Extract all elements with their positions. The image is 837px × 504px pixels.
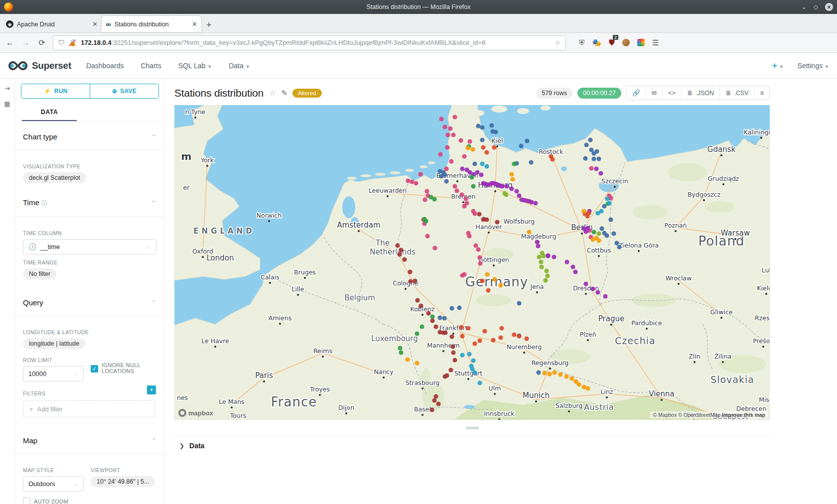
scatter-point-pink[interactable] [448, 126, 452, 130]
scatter-point-pink[interactable] [414, 181, 418, 185]
scatter-point-redorange[interactable] [492, 145, 496, 149]
scatter-point-pink[interactable] [445, 132, 450, 137]
mapbox-logo[interactable]: mapbox [178, 409, 213, 417]
scatter-point-purple[interactable] [552, 254, 556, 259]
scatter-point-orange[interactable] [581, 384, 586, 389]
scatter-point-pink[interactable] [467, 234, 471, 238]
scatter-point-lime[interactable] [541, 253, 546, 258]
scatter-point-maroon[interactable] [452, 358, 457, 362]
scatter-point-purple[interactable] [595, 290, 600, 294]
scatter-point-cyan[interactable] [605, 196, 609, 201]
scatter-point-maroon[interactable] [408, 279, 413, 283]
scatter-point-pink[interactable] [467, 139, 472, 143]
scatter-point-orange[interactable] [405, 357, 410, 362]
scatter-point-cyan[interactable] [472, 370, 477, 375]
time-range-value[interactable]: No filter [23, 268, 56, 279]
scatter-point-orange[interactable] [510, 177, 515, 181]
scatter-point-maroon[interactable] [477, 212, 481, 216]
scatter-point-orange[interactable] [552, 370, 557, 375]
insecure-lock-icon[interactable]: 🔒 [69, 39, 77, 46]
scatter-point-purple[interactable] [514, 189, 519, 193]
scatter-point-purple[interactable] [460, 166, 464, 171]
nav-data[interactable]: Data ▼ [229, 62, 250, 70]
scatter-point-green[interactable] [423, 219, 428, 223]
scatter-point-green[interactable] [471, 184, 475, 188]
add-filter-box[interactable]: +Add filter [23, 400, 156, 417]
scatter-point-orange[interactable] [581, 209, 586, 213]
scatter-point-pink[interactable] [477, 255, 482, 259]
scatter-point-maroon[interactable] [495, 220, 499, 224]
url-text[interactable]: 172.18.0.4:32251/superset/explore/?form_… [81, 39, 551, 46]
scatter-point-blue[interactable] [449, 306, 454, 310]
scatter-point-blue[interactable] [472, 161, 477, 166]
scatter-point-purple[interactable] [535, 240, 539, 244]
scatter-point-maroon[interactable] [433, 324, 438, 329]
scatter-point-pink[interactable] [458, 138, 463, 142]
scatter-point-purple[interactable] [583, 229, 588, 234]
scatter-point-pink[interactable] [463, 196, 468, 201]
scatter-point-pink[interactable] [444, 166, 448, 171]
copy-link-button[interactable]: 🔗 [627, 86, 646, 100]
viz-type-value[interactable]: deck.gl Scatterplot [23, 172, 86, 183]
scatter-point-purple[interactable] [570, 264, 575, 269]
scatter-point-blue[interactable] [442, 316, 446, 320]
scatter-point-lime[interactable] [545, 273, 550, 278]
scatter-point-orange[interactable] [585, 386, 590, 390]
scatter-point-blue[interactable] [594, 149, 599, 153]
scatter-point-green[interactable] [512, 161, 516, 166]
scatter-point-pink[interactable] [478, 261, 482, 265]
scatter-point-pink[interactable] [449, 159, 453, 163]
scatter-point-pink[interactable] [422, 197, 427, 202]
scatter-point-orange[interactable] [569, 376, 574, 380]
scatter-point-maroon[interactable] [436, 401, 440, 406]
scatter-point-green[interactable] [415, 331, 419, 336]
section-time[interactable]: Time ⓘ⌃ [23, 198, 156, 215]
scatter-point-orange[interactable] [564, 374, 568, 378]
improve-map-link[interactable]: Improve this map [722, 412, 765, 418]
scatter-point-green[interactable] [430, 314, 434, 319]
save-button[interactable]: ⊕SAVE [90, 84, 158, 98]
favorite-star-icon[interactable]: ☆ [270, 89, 276, 98]
scatter-point-maroon[interactable] [402, 257, 407, 261]
scatter-point-pink[interactable] [452, 184, 457, 188]
scatter-point-lime[interactable] [543, 278, 548, 282]
scatter-point-purple[interactable] [583, 281, 588, 286]
scatter-point-blue[interactable] [457, 305, 461, 310]
mask-extension-icon[interactable]: 🎭 [592, 38, 601, 47]
scatter-point-blue[interactable] [599, 226, 604, 231]
scatter-point-orange[interactable] [509, 172, 514, 176]
scatter-point-maroon[interactable] [430, 318, 434, 323]
scatter-point-pink[interactable] [451, 132, 455, 137]
reload-button[interactable]: ⟳ [37, 38, 47, 47]
scatter-point-purple[interactable] [479, 172, 483, 177]
scatter-point-pink[interactable] [473, 243, 478, 248]
url-bar[interactable]: 🛡 🔒 172.18.0.4:32251/superset/explore/?f… [53, 35, 566, 50]
scatter-point-purple[interactable] [509, 186, 514, 191]
lonlat-value[interactable]: longitude | latitude [23, 338, 85, 349]
scatter-point-pink[interactable] [462, 154, 466, 158]
scatter-point-cyan[interactable] [484, 164, 489, 168]
scatter-point-redorange[interactable] [459, 325, 463, 329]
scatter-point-green[interactable] [469, 175, 474, 179]
scatter-point-pink[interactable] [424, 189, 429, 193]
scatter-point-maroon[interactable] [442, 374, 447, 378]
nav-charts[interactable]: Charts [140, 62, 161, 70]
data-section-label[interactable]: Data [189, 442, 204, 450]
email-link-button[interactable]: ✉ [646, 86, 663, 100]
scatter-point-blue[interactable] [591, 156, 596, 161]
scatter-point-lime[interactable] [539, 259, 543, 264]
scatter-point-pink[interactable] [472, 211, 477, 216]
scatter-point-blue[interactable] [614, 241, 619, 245]
scatter-point-orange[interactable] [485, 272, 489, 276]
scatter-point-maroon[interactable] [399, 248, 403, 252]
scatter-point-redorange[interactable] [585, 214, 589, 218]
ublock-icon[interactable]: ⛊2 [609, 38, 615, 47]
scatter-point-maroon[interactable] [451, 350, 455, 355]
back-button[interactable]: ← [5, 38, 15, 47]
scatter-point-blue[interactable] [480, 137, 484, 142]
scatter-point-pink[interactable] [462, 204, 466, 208]
export-json-button[interactable]: 🗎.JSON [682, 86, 720, 100]
scatter-point-cyan[interactable] [460, 353, 464, 357]
scatter-point-blue[interactable] [476, 124, 480, 128]
scatter-point-purple[interactable] [598, 171, 603, 175]
